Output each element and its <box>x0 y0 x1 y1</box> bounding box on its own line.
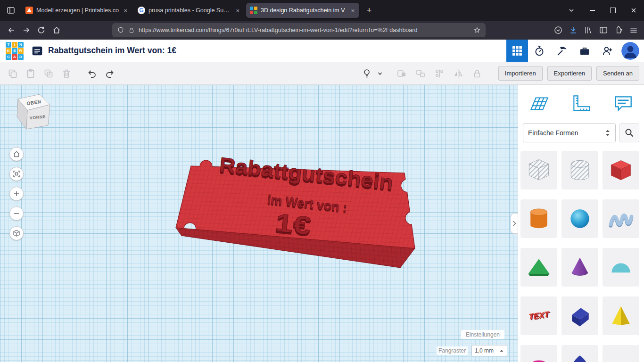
tab-close-icon[interactable]: × <box>235 7 240 14</box>
tab-close-icon[interactable]: × <box>123 7 128 14</box>
fit-view-button[interactable] <box>9 167 24 181</box>
printables-favicon <box>25 7 33 14</box>
menu-icon[interactable] <box>629 25 638 35</box>
scene-canvas: Rabattgutschein Rabattgutschein im Wert … <box>0 85 518 362</box>
shape-card-paraboloid[interactable] <box>561 345 598 362</box>
pocket-icon[interactable] <box>553 25 563 35</box>
tab-printables[interactable]: Modell erzeugen | Printables.co × <box>22 3 132 18</box>
pickaxe-icon[interactable] <box>551 40 573 62</box>
logo-tile: I <box>12 42 17 48</box>
select-stepper-icon <box>605 129 611 137</box>
home-button[interactable] <box>49 23 64 38</box>
forward-button[interactable] <box>19 23 34 38</box>
send-to-button[interactable]: Senden an <box>596 66 639 81</box>
workplane-tool-icon[interactable] <box>518 90 560 116</box>
redo-icon[interactable] <box>102 66 118 82</box>
shape-card-text[interactable]: TEXT <box>520 296 557 335</box>
snap-grid-select[interactable]: 1,0 mm <box>471 345 507 356</box>
shape-card-scribble[interactable] <box>603 199 639 238</box>
import-button[interactable]: Importieren <box>498 66 543 81</box>
panel-collapse-handle[interactable] <box>511 213 518 234</box>
show-all-caret-icon[interactable] <box>378 71 382 76</box>
maximize-button[interactable] <box>603 0 623 21</box>
shape-card-hemisphere[interactable] <box>603 345 639 362</box>
screen: Modell erzeugen | Printables.co × G prus… <box>0 0 644 362</box>
url-bar[interactable]: https://www.tinkercad.com/things/67r0iuF… <box>112 23 486 37</box>
shape-card-pyramid[interactable] <box>603 296 639 335</box>
3d-viewport[interactable]: Rabattgutschein Rabattgutschein im Wert … <box>0 85 518 362</box>
perspective-toggle-button[interactable] <box>9 226 24 240</box>
shape-card-polygon[interactable] <box>561 296 598 335</box>
tab-bar: Modell erzeugen | Printables.co × G prus… <box>0 0 644 21</box>
logo-tile: N <box>18 42 24 48</box>
zoom-out-button[interactable] <box>9 206 24 221</box>
shape-card-cone[interactable] <box>561 248 598 287</box>
dashboard-grid-button[interactable] <box>506 40 528 62</box>
shape-category-select[interactable]: Einfache Formen <box>523 123 616 142</box>
ruler-tool-icon[interactable] <box>560 90 602 116</box>
library-icon[interactable] <box>584 25 593 35</box>
svg-text:1€: 1€ <box>274 208 313 240</box>
shape-card-half-sphere[interactable] <box>603 248 639 287</box>
lock-toggle-icon[interactable] <box>469 66 485 82</box>
add-collaborator-icon[interactable] <box>596 40 619 62</box>
design-menu-icon[interactable] <box>30 44 44 58</box>
reload-button[interactable] <box>34 23 49 38</box>
back-button[interactable] <box>4 23 19 38</box>
copy-icon[interactable] <box>5 66 21 82</box>
group-icon[interactable] <box>394 66 410 82</box>
export-button[interactable]: Exportieren <box>547 66 592 81</box>
list-tabs-icon[interactable] <box>561 0 582 21</box>
search-icon <box>625 128 634 138</box>
settings-label[interactable]: Einstellungen <box>461 330 504 339</box>
snap-grid-row: Fangraster 1,0 mm <box>437 345 507 356</box>
undo-icon[interactable] <box>84 66 100 82</box>
paste-icon[interactable] <box>23 66 39 82</box>
shape-card-roof[interactable] <box>520 248 557 287</box>
tracking-shield-icon[interactable] <box>117 26 124 34</box>
show-all-icon[interactable] <box>359 66 375 82</box>
view-home-button[interactable] <box>9 147 24 161</box>
firefox-view-icon[interactable] <box>4 3 18 17</box>
downloads-icon[interactable] <box>569 25 578 35</box>
lock-icon[interactable] <box>128 27 135 33</box>
tinkercad-logo[interactable]: TINKERCAD <box>6 42 24 60</box>
snap-grid-label: Fangraster <box>437 346 468 355</box>
ticket-model[interactable]: Rabattgutschein Rabattgutschein im Wert … <box>176 153 415 268</box>
align-icon[interactable] <box>431 66 447 82</box>
extensions-icon[interactable] <box>614 25 623 35</box>
delete-icon[interactable] <box>58 66 74 82</box>
tab-tinkercad-active[interactable]: 3D design Rabattgutschein im V × <box>246 3 359 18</box>
shape-card-box-transparent[interactable] <box>520 151 557 189</box>
search-shapes-button[interactable] <box>619 123 639 142</box>
shape-card-sphere[interactable] <box>561 199 598 238</box>
shape-grid: TEXT <box>518 142 644 362</box>
shape-card-cylinder-transparent[interactable] <box>561 151 598 189</box>
stopwatch-icon[interactable] <box>528 40 551 62</box>
shape-category-value: Einfache Formen <box>528 129 578 137</box>
zoom-in-button[interactable] <box>9 187 24 201</box>
notes-tool-icon[interactable] <box>602 90 644 116</box>
toolbar-right: Importieren Exportieren Senden an <box>359 66 639 82</box>
logo-tile: A <box>12 54 17 60</box>
tab-google-search[interactable]: G prusa printables - Google Suche × <box>134 3 244 18</box>
close-button[interactable] <box>623 0 644 21</box>
logo-tile: C <box>6 54 11 60</box>
navigation-toolbar: https://www.tinkercad.com/things/67r0iuF… <box>0 21 644 40</box>
tab-title: Modell erzeugen | Printables.co <box>36 7 119 14</box>
bookmark-star-icon[interactable] <box>473 26 481 34</box>
mirror-icon[interactable] <box>450 66 466 82</box>
shape-card-box-red[interactable] <box>603 151 639 189</box>
logo-tile: E <box>12 48 17 54</box>
briefcase-icon[interactable] <box>573 40 596 62</box>
duplicate-icon[interactable] <box>41 66 57 82</box>
user-avatar[interactable] <box>621 42 639 60</box>
shape-card-torus[interactable] <box>520 345 557 362</box>
ungroup-icon[interactable] <box>413 66 429 82</box>
view-cube[interactable]: OBEN VORNE <box>7 89 58 136</box>
shape-card-cylinder-orange[interactable] <box>520 199 557 238</box>
sidebar-icon[interactable] <box>599 25 608 35</box>
tab-close-icon[interactable]: × <box>350 7 355 14</box>
new-tab-button[interactable]: + <box>362 3 376 17</box>
minimize-button[interactable] <box>582 0 603 21</box>
